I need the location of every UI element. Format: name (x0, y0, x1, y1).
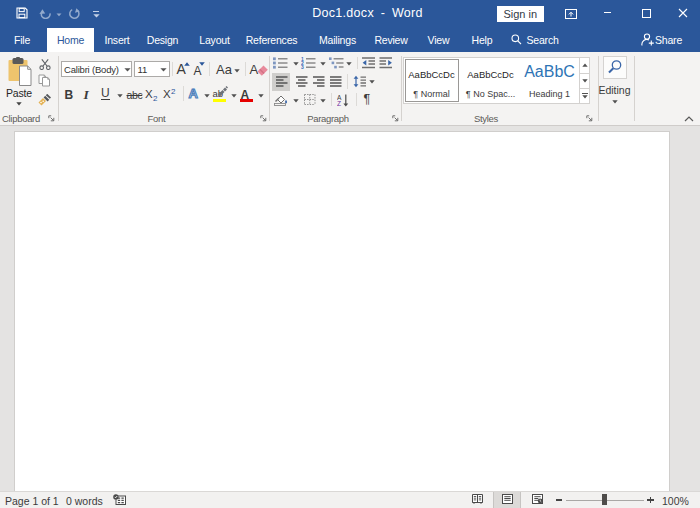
svg-text:Z: Z (337, 100, 341, 107)
svg-text:3: 3 (301, 64, 304, 69)
svg-text:A: A (189, 86, 199, 100)
